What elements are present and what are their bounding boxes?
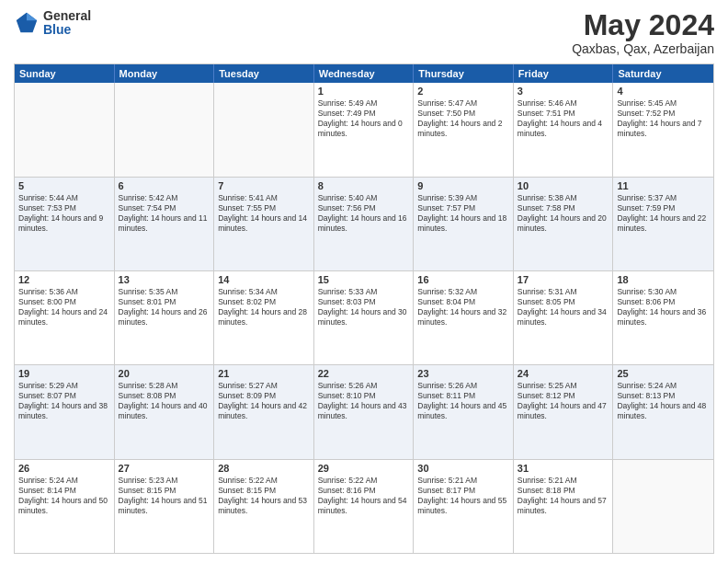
cell-info-1: Sunrise: 5:49 AM Sunset: 7:49 PM Dayligh…	[318, 98, 410, 139]
day-num-28: 28	[218, 463, 310, 474]
header-wednesday: Wednesday	[314, 64, 415, 83]
cell-w3-d2: 14Sunrise: 5:34 AM Sunset: 8:02 PM Dayli…	[214, 271, 314, 364]
cell-info-6: Sunrise: 5:42 AM Sunset: 7:54 PM Dayligh…	[119, 193, 210, 234]
header-friday: Friday	[514, 64, 614, 83]
cell-w5-d4: 30Sunrise: 5:21 AM Sunset: 8:17 PM Dayli…	[414, 460, 514, 553]
cell-w2-d4: 9Sunrise: 5:39 AM Sunset: 7:57 PM Daylig…	[414, 178, 514, 270]
day-num-6: 6	[119, 180, 210, 191]
cell-w4-d6: 25Sunrise: 5:24 AM Sunset: 8:13 PM Dayli…	[613, 365, 713, 458]
header: General Blue May 2024 Qaxbas, Qax, Azerb…	[14, 9, 714, 56]
day-num-16: 16	[417, 274, 509, 285]
day-num-8: 8	[318, 180, 410, 191]
cell-info-23: Sunrise: 5:26 AM Sunset: 8:11 PM Dayligh…	[417, 381, 509, 421]
day-num-29: 29	[318, 463, 410, 474]
cell-w2-d3: 8Sunrise: 5:40 AM Sunset: 7:56 PM Daylig…	[314, 178, 415, 270]
day-num-26: 26	[18, 463, 110, 474]
cell-w4-d3: 22Sunrise: 5:26 AM Sunset: 8:10 PM Dayli…	[314, 365, 415, 458]
day-num-19: 19	[18, 368, 110, 379]
day-num-2: 2	[417, 86, 509, 97]
calendar: Sunday Monday Tuesday Wednesday Thursday…	[14, 63, 714, 554]
cell-w1-d3: 1Sunrise: 5:49 AM Sunset: 7:49 PM Daylig…	[314, 83, 415, 176]
day-num-12: 12	[18, 274, 110, 285]
day-num-31: 31	[518, 463, 609, 474]
cell-info-3: Sunrise: 5:46 AM Sunset: 7:51 PM Dayligh…	[518, 98, 609, 139]
week-row-1: 1Sunrise: 5:49 AM Sunset: 7:49 PM Daylig…	[15, 83, 713, 177]
cell-w5-d3: 29Sunrise: 5:22 AM Sunset: 8:16 PM Dayli…	[314, 460, 415, 553]
day-num-20: 20	[119, 368, 210, 379]
day-num-11: 11	[617, 180, 710, 191]
cell-info-25: Sunrise: 5:24 AM Sunset: 8:13 PM Dayligh…	[617, 381, 710, 421]
cell-info-26: Sunrise: 5:24 AM Sunset: 8:14 PM Dayligh…	[18, 476, 110, 516]
day-num-3: 3	[518, 86, 609, 97]
cell-w5-d1: 27Sunrise: 5:23 AM Sunset: 8:15 PM Dayli…	[115, 460, 215, 553]
logo: General Blue	[14, 9, 91, 38]
cell-info-17: Sunrise: 5:31 AM Sunset: 8:05 PM Dayligh…	[518, 287, 609, 327]
cell-w4-d0: 19Sunrise: 5:29 AM Sunset: 8:07 PM Dayli…	[15, 365, 115, 458]
cell-w2-d6: 11Sunrise: 5:37 AM Sunset: 7:59 PM Dayli…	[613, 178, 713, 270]
day-num-23: 23	[417, 368, 509, 379]
week-row-3: 12Sunrise: 5:36 AM Sunset: 8:00 PM Dayli…	[15, 271, 713, 365]
svg-marker-2	[17, 13, 27, 20]
cell-info-14: Sunrise: 5:34 AM Sunset: 8:02 PM Dayligh…	[218, 287, 310, 327]
header-thursday: Thursday	[414, 64, 514, 83]
cell-w1-d2	[214, 83, 314, 176]
cell-info-28: Sunrise: 5:22 AM Sunset: 8:15 PM Dayligh…	[218, 476, 310, 516]
cell-w2-d1: 6Sunrise: 5:42 AM Sunset: 7:54 PM Daylig…	[115, 178, 215, 270]
month-title: May 2024	[572, 9, 714, 41]
day-num-15: 15	[318, 274, 410, 285]
cell-info-7: Sunrise: 5:41 AM Sunset: 7:55 PM Dayligh…	[218, 193, 310, 234]
logo-icon	[14, 10, 40, 36]
logo-text: General Blue	[43, 9, 91, 38]
cell-w1-d1	[115, 83, 215, 176]
cell-info-30: Sunrise: 5:21 AM Sunset: 8:17 PM Dayligh…	[417, 476, 509, 516]
cell-info-24: Sunrise: 5:25 AM Sunset: 8:12 PM Dayligh…	[518, 381, 609, 421]
cell-w4-d4: 23Sunrise: 5:26 AM Sunset: 8:11 PM Dayli…	[414, 365, 514, 458]
cell-w4-d2: 21Sunrise: 5:27 AM Sunset: 8:09 PM Dayli…	[214, 365, 314, 458]
cell-w4-d1: 20Sunrise: 5:28 AM Sunset: 8:08 PM Dayli…	[115, 365, 215, 458]
cell-w5-d6	[613, 460, 713, 553]
cell-w1-d4: 2Sunrise: 5:47 AM Sunset: 7:50 PM Daylig…	[414, 83, 514, 176]
week-row-4: 19Sunrise: 5:29 AM Sunset: 8:07 PM Dayli…	[15, 365, 713, 459]
cell-w3-d0: 12Sunrise: 5:36 AM Sunset: 8:00 PM Dayli…	[15, 271, 115, 364]
cell-info-9: Sunrise: 5:39 AM Sunset: 7:57 PM Dayligh…	[417, 193, 509, 234]
cell-info-16: Sunrise: 5:32 AM Sunset: 8:04 PM Dayligh…	[417, 287, 509, 327]
cell-w2-d2: 7Sunrise: 5:41 AM Sunset: 7:55 PM Daylig…	[214, 178, 314, 270]
day-num-30: 30	[417, 463, 509, 474]
cell-info-5: Sunrise: 5:44 AM Sunset: 7:53 PM Dayligh…	[18, 193, 110, 234]
day-num-18: 18	[617, 274, 710, 285]
page: General Blue May 2024 Qaxbas, Qax, Azerb…	[0, 0, 728, 563]
logo-general-label: General	[43, 9, 91, 23]
cell-info-18: Sunrise: 5:30 AM Sunset: 8:06 PM Dayligh…	[617, 287, 710, 327]
cell-w1-d0	[15, 83, 115, 176]
cell-w2-d0: 5Sunrise: 5:44 AM Sunset: 7:53 PM Daylig…	[15, 178, 115, 270]
cell-w1-d5: 3Sunrise: 5:46 AM Sunset: 7:51 PM Daylig…	[514, 83, 614, 176]
cell-w1-d6: 4Sunrise: 5:45 AM Sunset: 7:52 PM Daylig…	[613, 83, 713, 176]
cell-w3-d6: 18Sunrise: 5:30 AM Sunset: 8:06 PM Dayli…	[613, 271, 713, 364]
calendar-body: 1Sunrise: 5:49 AM Sunset: 7:49 PM Daylig…	[15, 83, 713, 553]
day-num-25: 25	[617, 368, 710, 379]
week-row-2: 5Sunrise: 5:44 AM Sunset: 7:53 PM Daylig…	[15, 178, 713, 271]
header-saturday: Saturday	[613, 64, 713, 83]
day-num-21: 21	[218, 368, 310, 379]
cell-info-10: Sunrise: 5:38 AM Sunset: 7:58 PM Dayligh…	[518, 193, 609, 234]
cell-w3-d4: 16Sunrise: 5:32 AM Sunset: 8:04 PM Dayli…	[414, 271, 514, 364]
day-num-1: 1	[318, 86, 410, 97]
cell-info-2: Sunrise: 5:47 AM Sunset: 7:50 PM Dayligh…	[417, 98, 509, 139]
cell-w5-d2: 28Sunrise: 5:22 AM Sunset: 8:15 PM Dayli…	[214, 460, 314, 553]
cell-w3-d3: 15Sunrise: 5:33 AM Sunset: 8:03 PM Dayli…	[314, 271, 415, 364]
day-num-7: 7	[218, 180, 310, 191]
day-num-17: 17	[518, 274, 609, 285]
cell-info-12: Sunrise: 5:36 AM Sunset: 8:00 PM Dayligh…	[18, 287, 110, 327]
cell-w5-d0: 26Sunrise: 5:24 AM Sunset: 8:14 PM Dayli…	[15, 460, 115, 553]
cell-info-27: Sunrise: 5:23 AM Sunset: 8:15 PM Dayligh…	[119, 476, 210, 516]
cell-info-19: Sunrise: 5:29 AM Sunset: 8:07 PM Dayligh…	[18, 381, 110, 421]
day-num-9: 9	[417, 180, 509, 191]
cell-info-11: Sunrise: 5:37 AM Sunset: 7:59 PM Dayligh…	[617, 193, 710, 234]
header-monday: Monday	[115, 64, 215, 83]
day-num-24: 24	[518, 368, 609, 379]
day-num-10: 10	[518, 180, 609, 191]
day-num-22: 22	[318, 368, 410, 379]
title-section: May 2024 Qaxbas, Qax, Azerbaijan	[572, 9, 714, 56]
cell-w2-d5: 10Sunrise: 5:38 AM Sunset: 7:58 PM Dayli…	[514, 178, 614, 270]
logo-blue-label: Blue	[43, 23, 91, 37]
